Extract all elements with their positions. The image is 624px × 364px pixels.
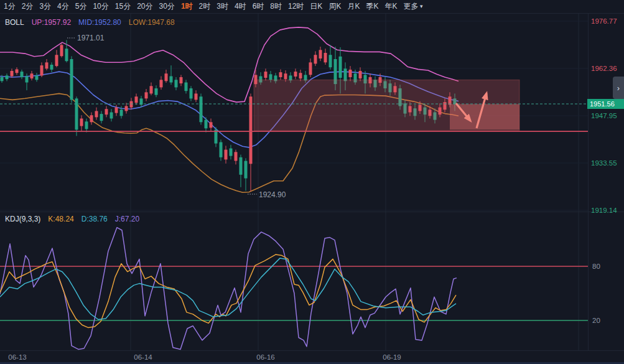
candle-body — [105, 109, 108, 114]
candle-body — [279, 72, 282, 77]
candle-body — [6, 75, 9, 79]
kdj-j-line — [0, 228, 457, 350]
candle-body — [26, 77, 29, 83]
candle-body — [299, 73, 302, 78]
candle-body — [90, 115, 93, 122]
candle-body — [349, 70, 352, 77]
candle-body — [200, 96, 203, 122]
candle-body — [1, 77, 4, 81]
candle-body — [110, 113, 113, 119]
candle-body — [125, 106, 128, 111]
boll-low-value: LOW:1947.68 — [129, 18, 175, 27]
candle-body — [100, 114, 103, 121]
panel-expander-button[interactable]: › — [613, 77, 624, 99]
candle-body — [80, 119, 83, 126]
date-axis-label: 06-14 — [134, 353, 152, 361]
candle-body — [359, 71, 362, 78]
candle-body — [175, 80, 178, 87]
candle-body — [115, 108, 118, 113]
candle-body — [220, 142, 223, 157]
candle-body — [45, 62, 49, 68]
candle-body — [95, 111, 98, 117]
candle-body — [60, 45, 63, 56]
candle-body — [16, 69, 19, 73]
boll-mid-value: MID:1952.80 — [78, 18, 121, 27]
price-axis-label: 1976.77 — [591, 17, 617, 25]
candle-body — [50, 65, 54, 70]
candle-body — [70, 59, 73, 100]
candle-body — [55, 55, 58, 66]
kdj-d-value: D:38.76 — [81, 215, 108, 223]
candle-body — [240, 157, 243, 175]
price-axis-label: 1919.14 — [591, 207, 617, 214]
date-axis-label: 06-16 — [256, 353, 274, 361]
candle-body — [130, 101, 133, 108]
candle-body — [225, 150, 228, 160]
price-axis-label: 1962.36 — [591, 65, 617, 72]
candle-body — [244, 161, 248, 179]
candle-body — [35, 75, 39, 80]
candle-body — [314, 55, 317, 63]
candle-body — [65, 49, 68, 61]
candle-body — [205, 120, 208, 129]
candle-body — [165, 73, 168, 81]
high-price-annotation: 1971.01 — [77, 34, 104, 42]
candle-body — [309, 62, 312, 75]
candle-body — [150, 86, 153, 93]
candle-body — [190, 88, 193, 98]
candle-body — [324, 53, 327, 62]
kdj-d-line — [0, 258, 456, 320]
candle-body — [180, 77, 183, 83]
candle-body — [30, 73, 34, 78]
boll-legend: BOLL UP:1957.92 MID:1952.80 LOW:1947.68 — [5, 18, 175, 27]
candle-body — [195, 93, 198, 100]
candle-body — [269, 74, 272, 80]
current-price-badge: 1951.56 — [587, 99, 624, 109]
candle-body — [40, 65, 44, 75]
price-axis-label: 1947.95 — [591, 112, 617, 119]
candle-body — [21, 72, 24, 77]
kdj-k-value: K:48.24 — [48, 215, 73, 223]
candle-body — [75, 98, 78, 129]
boll-legend-name: BOLL — [5, 18, 24, 27]
chart-canvas[interactable]: 1976.771962.361947.951933.551919.1480200… — [0, 0, 624, 364]
candle-body — [155, 88, 158, 95]
date-axis-label: 06-13 — [8, 353, 26, 361]
candle-body — [210, 122, 213, 128]
candle-body — [170, 77, 173, 83]
candle-body — [319, 50, 322, 58]
candle-body — [344, 68, 347, 81]
candle-body — [11, 71, 14, 76]
boll-up-value: UP:1957.92 — [32, 18, 71, 27]
candle-body — [249, 96, 253, 164]
candle-body — [230, 149, 233, 156]
kdj-j-value: J:67.20 — [115, 215, 139, 223]
candle-body — [85, 121, 88, 129]
candle-body — [264, 72, 268, 78]
price-axis-label: 1933.55 — [591, 159, 617, 167]
candle-body — [329, 55, 332, 67]
candle-body — [284, 73, 287, 79]
trading-chart-app: { "toolbar": { "items": [ {"label":"1分"}… — [0, 0, 624, 364]
kdj-axis-label: 20 — [592, 317, 600, 324]
candle-body — [160, 80, 163, 87]
candle-body — [185, 83, 188, 91]
candle-body — [339, 57, 342, 78]
kdj-legend-name: KDJ(9,3,3) — [5, 215, 40, 223]
date-axis-label: 06-19 — [383, 353, 401, 361]
candle-body — [145, 92, 148, 98]
low-price-annotation: 1924.90 — [259, 190, 286, 199]
candle-body — [294, 72, 297, 77]
candle-body — [135, 96, 138, 103]
chevron-right-icon: › — [617, 83, 620, 93]
candle-body — [120, 110, 123, 116]
candle-body — [235, 152, 238, 161]
kdj-legend: KDJ(9,3,3) K:48.24 D:38.76 J:67.20 — [5, 215, 139, 223]
kdj-axis-label: 80 — [592, 263, 600, 270]
